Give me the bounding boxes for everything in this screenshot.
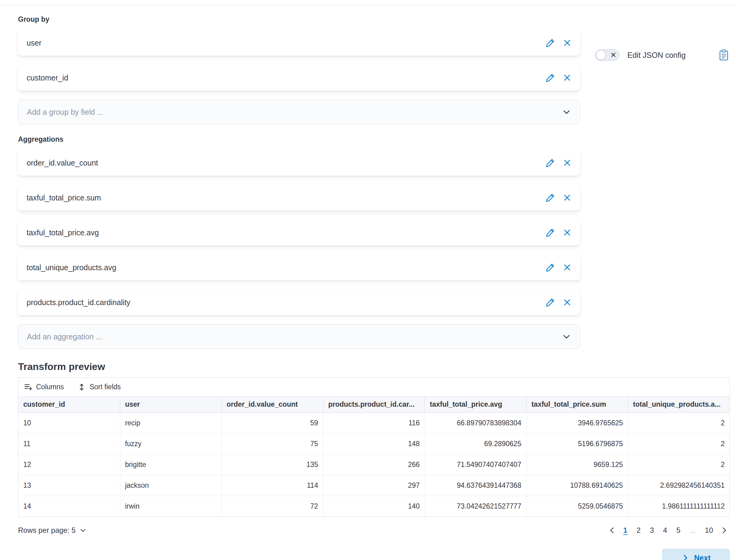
table-cell: recip	[120, 413, 222, 433]
table-row: 11fuzzy7514869.28906255196.67968752	[18, 433, 730, 454]
aggregation-pill-label: products.product_id.cardinality	[27, 298, 130, 307]
remove-pill-button[interactable]	[563, 39, 571, 47]
grid-toolbar: Columns Sort fields	[18, 378, 730, 397]
table-cell: 13	[18, 475, 120, 496]
cross-icon	[563, 39, 571, 47]
edit-pill-button[interactable]	[546, 38, 555, 47]
table-cell: 148	[323, 433, 424, 454]
toggle-thumb	[596, 50, 606, 60]
pencil-icon	[546, 38, 555, 47]
remove-pill-button[interactable]	[563, 228, 571, 237]
preview-table-header-row: customer_iduserorder_id.value_countprodu…	[18, 397, 730, 413]
table-cell: 5259.0546875	[526, 496, 628, 517]
cross-icon	[563, 263, 571, 272]
chevron-down-icon	[79, 527, 87, 534]
sort-fields-button[interactable]: Sort fields	[77, 383, 121, 391]
table-row: 10recip5911666.897907838983043946.976562…	[18, 413, 730, 433]
table-cell: 71.54907407407407	[425, 454, 526, 475]
table-cell: 3946.9765625	[526, 413, 628, 433]
group-by-pill-label: customer_id	[27, 73, 68, 82]
copy-config-button[interactable]	[718, 49, 730, 61]
toggle-off-cross-icon: ✕	[610, 51, 616, 59]
previous-page-button[interactable]	[606, 525, 618, 536]
edit-pill-button[interactable]	[546, 193, 555, 202]
table-cell: 266	[323, 454, 424, 475]
page-button[interactable]: 2	[633, 524, 644, 537]
edit-pill-button[interactable]	[546, 158, 555, 167]
columns-button[interactable]: Columns	[24, 383, 64, 391]
preview-table: customer_iduserorder_id.value_countprodu…	[18, 397, 730, 517]
chevron-down-icon	[562, 107, 571, 117]
column-header[interactable]: total_unique_products.a...	[628, 397, 730, 413]
page-button[interactable]: 4	[659, 524, 671, 537]
page-button[interactable]: 3	[646, 524, 658, 537]
aggregation-pill: products.product_id.cardinality	[18, 289, 580, 315]
page-button[interactable]: 1	[619, 524, 631, 537]
page-button[interactable]: 5	[672, 524, 684, 537]
edit-pill-button[interactable]	[546, 73, 555, 82]
table-cell: 5196.6796875	[526, 433, 628, 454]
table-cell: 59	[222, 413, 323, 433]
table-cell: brigitte	[120, 454, 222, 475]
remove-pill-button[interactable]	[563, 298, 571, 307]
table-cell: 11	[18, 433, 120, 454]
remove-pill-button[interactable]	[563, 263, 571, 272]
table-cell: 9659.125	[526, 454, 628, 475]
rows-per-page-label: Rows per page: 5	[18, 526, 76, 535]
column-header[interactable]: customer_id	[18, 397, 120, 413]
table-cell: 10788.69140625	[526, 475, 628, 496]
edit-pill-button[interactable]	[546, 298, 555, 307]
pagination-ellipsis: ...	[686, 524, 700, 537]
group-by-label: Group by	[18, 15, 730, 24]
column-header[interactable]: user	[120, 397, 222, 413]
cross-icon	[563, 159, 571, 167]
pencil-icon	[546, 158, 555, 167]
pill-actions	[546, 193, 571, 202]
aggregations-list: order_id.value_count	[18, 150, 580, 315]
chevron-down-icon	[562, 332, 571, 341]
next-page-button[interactable]	[718, 525, 730, 536]
table-cell: 135	[222, 454, 323, 475]
pencil-icon	[546, 228, 555, 237]
actions-row: Next	[18, 549, 730, 560]
table-cell: 14	[18, 496, 120, 517]
remove-pill-button[interactable]	[563, 73, 571, 82]
cross-icon	[563, 298, 571, 307]
column-header[interactable]: taxful_total_price.sum	[526, 397, 628, 413]
transform-preview-title: Transform preview	[18, 361, 730, 372]
table-cell: 73.04242621527777	[425, 496, 526, 517]
pill-actions	[546, 38, 571, 47]
grid-footer: Rows per page: 5 1 2	[18, 524, 730, 537]
edit-pill-button[interactable]	[546, 263, 555, 272]
page-button[interactable]: 10	[701, 524, 717, 537]
next-button[interactable]: Next	[662, 549, 730, 560]
edit-pill-button[interactable]	[546, 228, 555, 237]
aggregation-pill: order_id.value_count	[18, 150, 580, 176]
edit-json-toggle[interactable]: ✕	[595, 49, 619, 61]
group-by-pill: user	[18, 30, 580, 56]
pill-actions	[546, 73, 571, 82]
aggregation-pill-label: total_unique_products.avg	[27, 263, 116, 272]
table-cell: 12	[18, 454, 120, 475]
rows-per-page-button[interactable]: Rows per page: 5	[18, 526, 87, 535]
add-group-by-field[interactable]: Add a group by field ...	[18, 100, 580, 124]
table-cell: 297	[323, 475, 424, 496]
aggregation-pill-label: order_id.value_count	[27, 159, 98, 167]
table-cell: 94.63764391447368	[425, 475, 526, 496]
cross-icon	[563, 73, 571, 82]
column-header[interactable]: taxful_total_price.avg	[425, 397, 526, 413]
group-by-list: user	[18, 30, 580, 91]
remove-pill-button[interactable]	[563, 193, 571, 202]
json-config-row: ✕ Edit JSON config	[595, 49, 730, 61]
column-header[interactable]: order_id.value_count	[222, 397, 323, 413]
page-list: 1 2 3 4 5 ... 10	[619, 524, 717, 537]
pill-actions	[546, 263, 571, 272]
remove-pill-button[interactable]	[563, 159, 571, 167]
table-cell: 69.2890625	[425, 433, 526, 454]
column-header[interactable]: products.product_id.car...	[323, 397, 424, 413]
table-cell: 75	[222, 433, 323, 454]
add-aggregation-field[interactable]: Add an aggregation ...	[18, 324, 580, 349]
table-cell: 1.9861111111111112	[628, 496, 730, 517]
table-cell: 116	[323, 413, 424, 433]
pagination: 1 2 3 4 5 ... 10	[606, 524, 730, 537]
